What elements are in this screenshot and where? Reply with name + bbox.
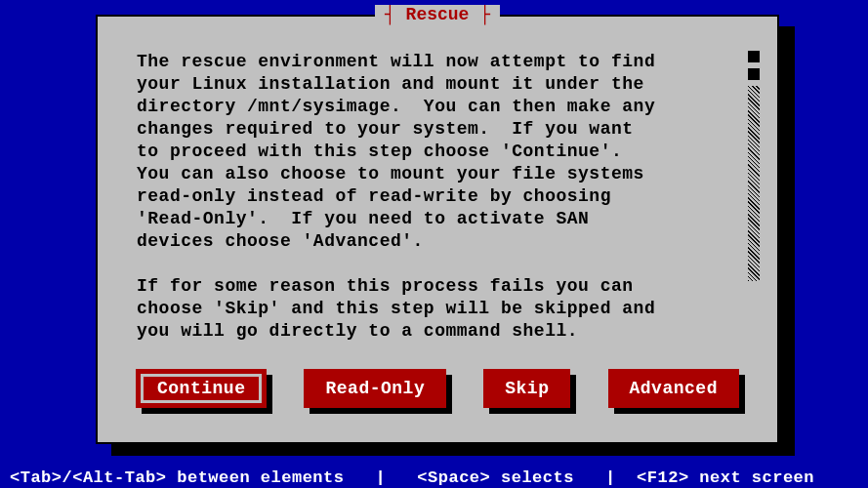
status-bar: <Tab>/<Alt-Tab> between elements | <Spac… [0, 467, 868, 488]
skip-button-label[interactable]: Skip [483, 369, 570, 408]
button-row: Continue Read-Only Skip Advanced [98, 369, 777, 408]
continue-button-label[interactable]: Continue [136, 369, 267, 408]
skip-button[interactable]: Skip [483, 369, 570, 408]
scrollbar[interactable] [748, 51, 760, 324]
scroll-up-icon [748, 51, 760, 62]
continue-button[interactable]: Continue [136, 369, 267, 408]
scroll-marker-icon [748, 68, 760, 80]
status-bar-text: <Tab>/<Alt-Tab> between elements | <Spac… [10, 468, 814, 487]
dialog-content: The rescue environment will now attempt … [137, 51, 742, 319]
advanced-button-label[interactable]: Advanced [608, 369, 739, 408]
rescue-dialog: ┤ Rescue ├ The rescue environment will n… [96, 15, 779, 444]
dialog-title-text: Rescue [406, 5, 470, 24]
dialog-title: ┤ Rescue ├ [375, 5, 500, 24]
readonly-button-label[interactable]: Read-Only [304, 369, 446, 408]
advanced-button[interactable]: Advanced [608, 369, 739, 408]
dialog-body-text: The rescue environment will now attempt … [137, 51, 742, 343]
scroll-thumb [748, 86, 760, 281]
readonly-button[interactable]: Read-Only [304, 369, 446, 408]
